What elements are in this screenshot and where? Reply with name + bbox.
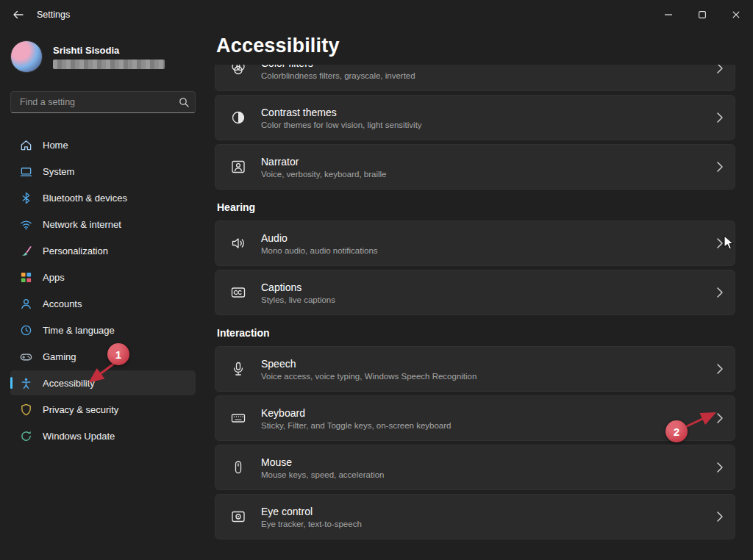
windows-update-icon — [19, 429, 32, 442]
row-title: Speech — [261, 358, 705, 370]
close-icon — [732, 11, 740, 18]
row-subtitle: Styles, live captions — [261, 295, 705, 304]
row-subtitle: Colorblindness filters, grayscale, inver… — [261, 71, 705, 80]
settings-row-color-filters[interactable]: Color filters Colorblindness filters, gr… — [215, 65, 735, 91]
contrast-themes-icon — [215, 110, 261, 126]
chevron-right-icon — [705, 462, 735, 473]
window-title: Settings — [37, 10, 70, 20]
speech-icon — [215, 361, 261, 377]
row-title: Mouse — [261, 456, 705, 468]
minimize-icon — [665, 14, 672, 15]
chevron-right-icon — [705, 364, 735, 374]
chevron-right-icon — [705, 287, 735, 298]
settings-row-eye-control[interactable]: Eye control Eye tracker, text-to-speech — [215, 494, 735, 539]
maximize-icon — [699, 11, 706, 18]
user-profile[interactable]: Srishti Sisodia — [10, 40, 196, 73]
sidebar-item-accounts[interactable]: Accounts — [10, 291, 196, 316]
personalization-icon — [19, 244, 32, 257]
avatar — [10, 40, 43, 73]
sidebar: Srishti Sisodia Home System Bluet — [0, 29, 206, 560]
settings-row-captions[interactable]: Captions Styles, live captions — [215, 270, 735, 315]
sidebar-item-personalization[interactable]: Personalization — [10, 238, 196, 263]
sidebar-item-label: Apps — [43, 272, 65, 283]
eye-control-icon — [215, 509, 261, 525]
page-title: Accessibility — [216, 35, 735, 57]
mouse-icon — [215, 459, 261, 475]
narrator-icon — [215, 159, 261, 175]
search-input[interactable] — [18, 96, 179, 108]
audio-icon — [215, 235, 261, 251]
row-subtitle: Mouse keys, speed, acceleration — [261, 470, 705, 479]
annotation-arrow-2 — [682, 406, 719, 431]
row-title: Captions — [261, 281, 705, 293]
sidebar-item-label: Accounts — [43, 298, 82, 309]
row-title: Narrator — [261, 156, 705, 168]
settings-row-mouse[interactable]: Mouse Mouse keys, speed, acceleration — [215, 445, 735, 490]
captions-icon — [215, 284, 261, 301]
annotation-step-1-number: 1 — [115, 348, 121, 361]
sidebar-item-windows-update[interactable]: Windows Update — [10, 423, 196, 448]
accessibility-icon — [19, 376, 32, 390]
accounts-icon — [19, 297, 32, 310]
chevron-right-icon — [705, 511, 735, 522]
annotation-step-2-number: 2 — [674, 426, 679, 438]
search-icon — [179, 97, 189, 107]
row-subtitle: Sticky, Filter, and Toggle keys, on-scre… — [261, 421, 705, 430]
sidebar-item-label: Network & internet — [43, 219, 121, 230]
time-language-icon — [19, 323, 32, 337]
maximize-button[interactable] — [685, 0, 719, 29]
sidebar-item-system[interactable]: System — [10, 159, 196, 184]
main-content: Accessibility Color filters Colorblindne… — [215, 29, 735, 560]
settings-row-contrast-themes[interactable]: Contrast themes Color themes for low vis… — [215, 95, 735, 140]
redacted-user-info — [53, 60, 165, 69]
sidebar-item-apps[interactable]: Apps — [10, 265, 196, 290]
sidebar-item-bluetooth[interactable]: Bluetooth & devices — [10, 185, 196, 210]
search-box[interactable] — [10, 91, 196, 113]
settings-row-keyboard[interactable]: Keyboard Sticky, Filter, and Toggle keys… — [215, 395, 735, 441]
titlebar: Settings — [0, 0, 753, 29]
sidebar-item-label: Gaming — [43, 351, 76, 362]
settings-row-audio[interactable]: Audio Mono audio, audio notifications — [215, 220, 735, 266]
settings-row-speech[interactable]: Speech Voice access, voice typing, Windo… — [215, 346, 735, 392]
keyboard-icon — [215, 410, 261, 426]
sidebar-item-home[interactable]: Home — [10, 132, 196, 157]
minimize-button[interactable] — [652, 0, 685, 29]
section-header-interaction: Interaction — [217, 327, 735, 339]
row-title: Color filters — [261, 65, 705, 69]
system-icon — [19, 165, 32, 178]
sidebar-item-label: Windows Update — [43, 431, 115, 442]
row-title: Keyboard — [261, 407, 705, 419]
chevron-right-icon — [705, 65, 735, 73]
annotation-step-2: 2 — [665, 420, 688, 442]
sidebar-item-label: Bluetooth & devices — [43, 193, 127, 204]
row-title: Contrast themes — [261, 107, 705, 118]
row-subtitle: Color themes for low vision, light sensi… — [261, 121, 705, 129]
sidebar-item-label: Privacy & security — [43, 404, 118, 415]
shield-icon — [19, 403, 32, 416]
row-subtitle: Eye tracker, text-to-speech — [261, 520, 705, 528]
network-icon — [19, 218, 32, 231]
sidebar-item-label: Personalization — [43, 245, 108, 256]
settings-list: Color filters Colorblindness filters, gr… — [215, 65, 735, 560]
back-button[interactable] — [3, 1, 32, 28]
sidebar-item-label: Home — [43, 140, 68, 151]
sidebar-item-privacy-security[interactable]: Privacy & security — [10, 397, 196, 422]
row-subtitle: Voice, verbosity, keyboard, braille — [261, 170, 705, 179]
row-subtitle: Voice access, voice typing, Windows Spee… — [261, 372, 705, 381]
bluetooth-icon — [19, 191, 32, 204]
sidebar-item-label: System — [43, 166, 74, 177]
row-title: Eye control — [261, 506, 705, 517]
settings-row-narrator[interactable]: Narrator Voice, verbosity, keyboard, bra… — [215, 144, 735, 190]
row-title: Audio — [261, 232, 705, 244]
sidebar-item-time-language[interactable]: Time & language — [10, 317, 196, 342]
gaming-icon — [19, 350, 32, 363]
section-header-hearing: Hearing — [217, 201, 735, 213]
annotation-step-1: 1 — [107, 343, 129, 365]
color-filters-icon — [215, 65, 261, 76]
close-button[interactable] — [719, 0, 753, 29]
sidebar-item-network[interactable]: Network & internet — [10, 212, 196, 237]
back-arrow-icon — [13, 10, 24, 19]
mouse-cursor-icon — [724, 235, 734, 251]
home-icon — [19, 138, 32, 151]
sidebar-item-label: Time & language — [43, 325, 115, 336]
